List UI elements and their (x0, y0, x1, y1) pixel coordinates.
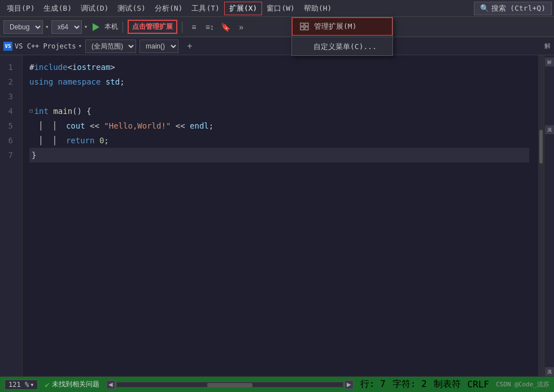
extensions-dropdown: 管理扩展(M) 自定义菜单(C)... (291, 17, 393, 56)
scope-select[interactable]: (全局范围) (85, 39, 136, 53)
format-icon[interactable]: ≡↕ (203, 20, 216, 34)
bookmark-icon[interactable]: 🔖 (219, 20, 232, 34)
search-box[interactable]: 🔍 搜索 (Ctrl+Q) (474, 2, 552, 15)
right-panel-btn-1[interactable]: 解 (545, 58, 554, 67)
main-area: 1 2 3 4 5 6 7 #include<iostream> using n… (0, 55, 554, 376)
line-num-4: 4 (0, 104, 18, 118)
menu-item-debug[interactable]: 调试(D) (76, 2, 113, 15)
svg-rect-1 (305, 23, 308, 26)
horizontal-scrollbar[interactable] (116, 382, 343, 387)
zoom-selector[interactable]: 121 % ▾ (5, 380, 38, 390)
scrollbar-thumb-h (207, 383, 252, 387)
menu-item-tools[interactable]: 工具(T) (187, 2, 224, 15)
statusbar-right: 行: 7 字符: 2 制表符 CRLF CSDN @Code_流苏 (360, 378, 549, 390)
vertical-scrollbar[interactable] (538, 55, 544, 376)
svg-rect-3 (305, 27, 308, 30)
run-button[interactable] (90, 21, 102, 33)
func-select[interactable]: main() (139, 39, 178, 53)
run-label: 本机 (104, 22, 118, 32)
add-tab-button[interactable]: + (184, 41, 195, 52)
play-icon (93, 23, 99, 31)
menu-item-project[interactable]: 项目(P) (2, 2, 39, 15)
menu-item-analyze[interactable]: 分析(N) (150, 2, 187, 15)
scrollbar-thumb-v[interactable] (539, 130, 543, 164)
annotation-highlight: 点击管理扩展 (128, 20, 177, 34)
chevron-down-icon: ▾ (45, 23, 49, 30)
search-icon: 🔍 (480, 4, 489, 12)
more-icon[interactable]: » (234, 20, 248, 34)
col-indicator: 字符: 2 (392, 378, 427, 390)
code-editor: 1 2 3 4 5 6 7 #include<iostream> using n… (0, 55, 544, 376)
code-line-3 (29, 89, 531, 104)
line-num-7: 7 (0, 148, 18, 162)
status-check-item: ✔ 未找到相关问题 (45, 380, 99, 389)
toolbar: Debug ▾ x64 ▾ 本机 点击管理扩展 ≡ ≡↕ 🔖 » (0, 17, 554, 37)
line-num-5: 5 (0, 118, 18, 133)
menu-item-build[interactable]: 生成(B) (39, 2, 76, 15)
line-num-3: 3 (0, 89, 18, 104)
scroll-left-btn[interactable]: ◀ (106, 380, 115, 389)
project-selector[interactable]: VS VS C++ Projects ▾ (3, 42, 82, 51)
scrollbar-h-container: ◀ ▶ (106, 380, 354, 389)
zoom-label: 121 % (8, 381, 29, 389)
code-line-2: using namespace std; (29, 74, 531, 89)
eol-indicator: CRLF (468, 379, 490, 390)
svg-rect-0 (300, 23, 304, 26)
extensions-icon (299, 23, 309, 30)
code-content: 1 2 3 4 5 6 7 #include<iostream> using n… (0, 55, 544, 376)
line-num-6: 6 (0, 133, 18, 148)
zoom-chevron: ▾ (30, 381, 34, 389)
code-line-1: #include<iostream> (29, 60, 531, 74)
customize-menu-item[interactable]: 自定义菜单(C)... (292, 38, 392, 55)
menu-item-help[interactable]: 帮助(H) (299, 2, 336, 15)
arch-select[interactable]: x64 (51, 20, 82, 34)
row-indicator: 行: 7 (360, 378, 386, 390)
code-line-6: ││return 0; (29, 133, 531, 148)
copyright-text: CSDN @Code_流苏 (496, 380, 549, 389)
debug-select[interactable]: Debug (3, 20, 43, 34)
solution-explorer-icon: 解 (544, 42, 551, 50)
code-line-4: ⊟int main() { (29, 104, 531, 118)
line-numbers: 1 2 3 4 5 6 7 (0, 55, 23, 376)
menubar: 项目(P) 生成(B) 调试(D) 测试(S) 分析(N) 工具(T) 扩展(X… (0, 0, 554, 17)
divider (123, 21, 123, 33)
line-num-2: 2 (0, 74, 18, 89)
right-panel-btn-2[interactable]: 属 (545, 125, 554, 134)
manage-extensions-label: 管理扩展(M) (314, 21, 356, 32)
navbar: VS VS C++ Projects ▾ (全局范围) main() + 解 (0, 37, 554, 55)
chevron-down-icon2: ▾ (84, 23, 88, 30)
divider2 (182, 21, 182, 33)
menu-item-extensions[interactable]: 扩展(X) (224, 2, 262, 15)
statusbar: 121 % ▾ ✔ 未找到相关问题 ◀ ▶ 行: 7 字符: 2 制表符 CRL… (0, 376, 554, 392)
right-panel-btn-3[interactable]: 属 (545, 367, 554, 376)
dropdown-divider (292, 37, 392, 37)
customize-icon (299, 43, 309, 51)
project-label: VS C++ Projects (15, 42, 76, 50)
customize-menu-label: 自定义菜单(C)... (313, 42, 377, 52)
project-icon: VS (3, 42, 12, 51)
menu-item-test[interactable]: 测试(S) (113, 2, 150, 15)
manage-extensions-item[interactable]: 管理扩展(M) (292, 17, 392, 36)
menu-item-window[interactable]: 窗口(W) (262, 2, 299, 15)
code-line-5: ││cout << "Hello,World!" << endl; (29, 118, 531, 133)
code-line-7: } (29, 148, 529, 162)
check-icon: ✔ (45, 380, 49, 389)
tab-indicator: 制表符 (434, 378, 461, 390)
scroll-right-btn[interactable]: ▶ (344, 380, 354, 389)
align-icon[interactable]: ≡ (187, 20, 200, 34)
right-panel: 解 属 属 (544, 55, 554, 376)
search-label: 搜索 (Ctrl+Q) (491, 3, 546, 14)
line-num-1: 1 (0, 60, 18, 74)
code-lines[interactable]: #include<iostream> using namespace std; … (23, 55, 538, 376)
status-text: 未找到相关问题 (52, 380, 99, 389)
project-chevron: ▾ (78, 42, 82, 50)
svg-rect-2 (300, 27, 304, 30)
